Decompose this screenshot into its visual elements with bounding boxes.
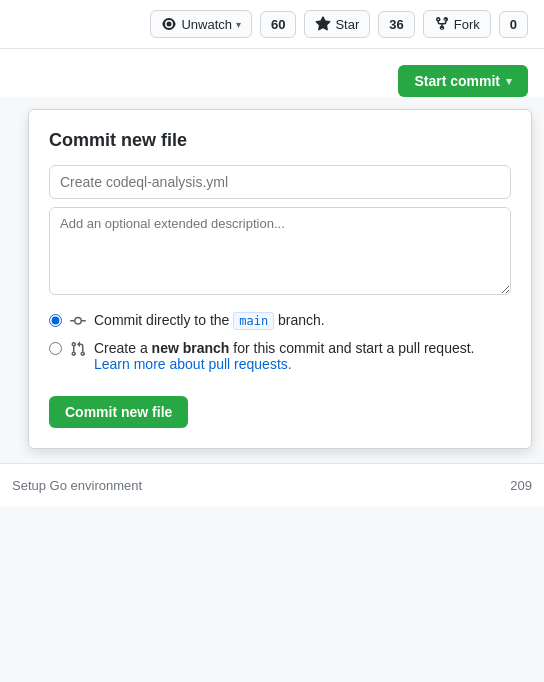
start-commit-button[interactable]: Start commit ▾	[398, 65, 528, 97]
eye-icon	[161, 16, 177, 32]
bottom-bar: Setup Go environment 209	[0, 463, 544, 507]
star-label: Star	[335, 17, 359, 32]
fork-button[interactable]: Fork	[423, 10, 491, 38]
modal-title: Commit new file	[49, 130, 511, 151]
top-bar: Unwatch ▾ 60 Star 36 Fork 0	[0, 0, 544, 49]
git-branch-icon	[70, 341, 86, 357]
start-commit-label: Start commit	[414, 73, 500, 89]
bottom-text: Setup Go environment	[12, 478, 142, 493]
content-area: Start commit ▾ Commit new file Create co…	[0, 49, 544, 507]
radio-branch-bold: new branch	[152, 340, 230, 356]
description-textarea[interactable]	[49, 207, 511, 295]
unwatch-label: Unwatch	[181, 17, 232, 32]
commit-panel: Commit new file Create codeql-analysis.y…	[28, 109, 532, 449]
bottom-count: 209	[510, 478, 532, 493]
fork-label: Fork	[454, 17, 480, 32]
commit-message-input[interactable]: Create codeql-analysis.yml	[49, 165, 511, 199]
radio-branch-option: Create a new branch for this commit and …	[49, 340, 511, 372]
radio-section: Commit directly to the main branch. Crea…	[49, 312, 511, 372]
unwatch-button[interactable]: Unwatch ▾	[150, 10, 252, 38]
radio-branch-label: Create a	[94, 340, 148, 356]
commit-file-button[interactable]: Commit new file	[49, 396, 188, 428]
watch-count: 60	[260, 11, 296, 38]
radio-direct-suffix: branch.	[278, 312, 325, 328]
commit-file-label: Commit new file	[65, 404, 172, 420]
radio-direct-text: Commit directly to the main branch.	[94, 312, 511, 330]
radio-direct-input[interactable]	[49, 314, 62, 327]
star-button[interactable]: Star	[304, 10, 370, 38]
radio-branch-text: Create a new branch for this commit and …	[94, 340, 511, 372]
unwatch-chevron: ▾	[236, 19, 241, 30]
fork-count: 0	[499, 11, 528, 38]
radio-branch-mid: for this commit and start a pull request…	[233, 340, 474, 356]
start-commit-chevron: ▾	[506, 75, 512, 88]
radio-direct-label: Commit directly to the	[94, 312, 229, 328]
star-icon	[315, 16, 331, 32]
star-count: 36	[378, 11, 414, 38]
learn-more-link[interactable]: Learn more about pull requests.	[94, 356, 292, 372]
commit-btn-area: Start commit ▾	[0, 49, 544, 97]
radio-branch-input[interactable]	[49, 342, 62, 355]
git-commit-icon	[70, 313, 86, 329]
branch-tag: main	[233, 312, 274, 330]
fork-icon	[434, 16, 450, 32]
radio-direct-option: Commit directly to the main branch.	[49, 312, 511, 330]
